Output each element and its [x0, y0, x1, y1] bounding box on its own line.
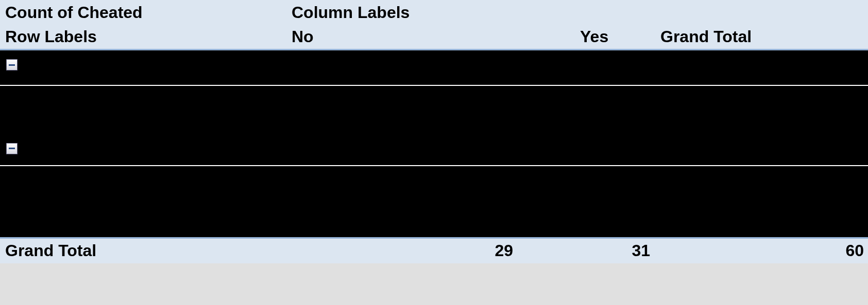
column-header-no: No: [286, 25, 575, 49]
pivot-header-row-1: Count of Cheated Column Labels: [0, 0, 868, 25]
grand-total-all: 60: [655, 238, 868, 263]
grand-total-yes: 31: [575, 238, 655, 263]
collapse-button[interactable]: [6, 59, 18, 70]
pivot-group-2-header: [0, 134, 868, 166]
row-labels-caption: Row Labels: [0, 25, 286, 49]
collapse-button[interactable]: [6, 143, 18, 154]
pivot-group-2-body: [0, 166, 868, 238]
minus-icon: [9, 148, 15, 149]
pivot-group-1-header: [0, 49, 868, 85]
pivot-header-row-2: Row Labels No Yes Grand Total: [0, 25, 868, 49]
grand-total-label: Grand Total: [0, 238, 286, 263]
column-header-yes: Yes: [575, 25, 655, 49]
minus-icon: [9, 64, 15, 66]
pivot-group-1-body: [0, 85, 868, 134]
column-header-grand-total: Grand Total: [655, 25, 868, 49]
column-labels-caption: Column Labels: [286, 0, 575, 25]
pivot-table: Count of Cheated Column Labels Row Label…: [0, 0, 868, 263]
pivot-title: Count of Cheated: [0, 0, 286, 25]
grand-total-no: 29: [286, 238, 575, 263]
grand-total-row: Grand Total 29 31 60: [0, 238, 868, 263]
